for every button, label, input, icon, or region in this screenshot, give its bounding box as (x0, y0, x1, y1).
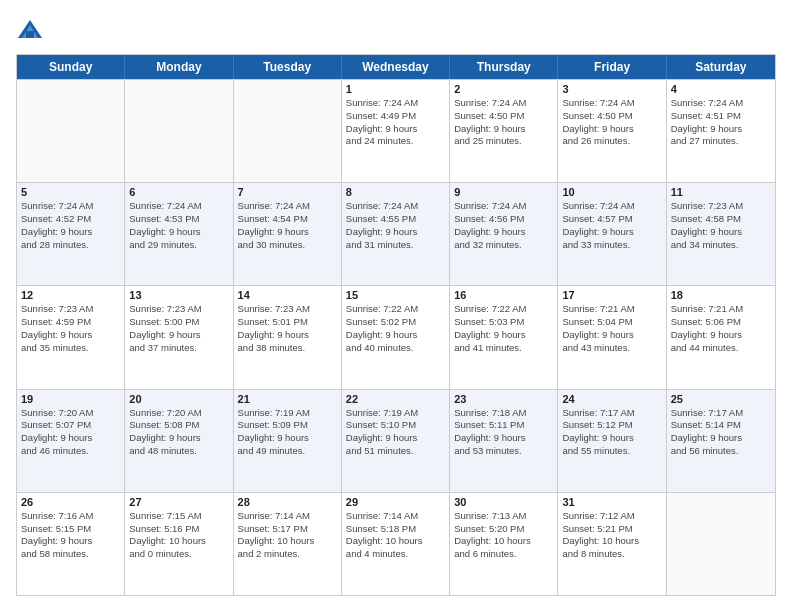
cell-info-line: and 38 minutes. (238, 342, 337, 355)
day-number: 3 (562, 83, 661, 95)
calendar-cell-day-22: 22Sunrise: 7:19 AMSunset: 5:10 PMDayligh… (342, 390, 450, 492)
calendar-row-3: 12Sunrise: 7:23 AMSunset: 4:59 PMDayligh… (17, 285, 775, 388)
calendar-cell-day-24: 24Sunrise: 7:17 AMSunset: 5:12 PMDayligh… (558, 390, 666, 492)
calendar-cell-day-31: 31Sunrise: 7:12 AMSunset: 5:21 PMDayligh… (558, 493, 666, 595)
cell-info-line: Sunrise: 7:16 AM (21, 510, 120, 523)
svg-rect-2 (26, 31, 34, 38)
cell-info-line: and 44 minutes. (671, 342, 771, 355)
cell-info-line: Sunrise: 7:13 AM (454, 510, 553, 523)
day-number: 24 (562, 393, 661, 405)
weekday-header-wednesday: Wednesday (342, 55, 450, 79)
cell-info-line: Sunset: 5:01 PM (238, 316, 337, 329)
cell-info-line: Daylight: 9 hours (129, 226, 228, 239)
cell-info-line: Sunrise: 7:23 AM (21, 303, 120, 316)
cell-info-line: Daylight: 9 hours (562, 432, 661, 445)
cell-info-line: Sunset: 4:50 PM (562, 110, 661, 123)
cell-info-line: Sunset: 4:57 PM (562, 213, 661, 226)
weekday-header-sunday: Sunday (17, 55, 125, 79)
calendar-cell-day-10: 10Sunrise: 7:24 AMSunset: 4:57 PMDayligh… (558, 183, 666, 285)
cell-info-line: Daylight: 9 hours (346, 432, 445, 445)
cell-info-line: and 32 minutes. (454, 239, 553, 252)
calendar-row-2: 5Sunrise: 7:24 AMSunset: 4:52 PMDaylight… (17, 182, 775, 285)
day-number: 18 (671, 289, 771, 301)
cell-info-line: and 25 minutes. (454, 135, 553, 148)
calendar-cell-day-27: 27Sunrise: 7:15 AMSunset: 5:16 PMDayligh… (125, 493, 233, 595)
cell-info-line: and 40 minutes. (346, 342, 445, 355)
cell-info-line: Daylight: 9 hours (671, 329, 771, 342)
cell-info-line: Daylight: 9 hours (671, 432, 771, 445)
calendar-cell-day-25: 25Sunrise: 7:17 AMSunset: 5:14 PMDayligh… (667, 390, 775, 492)
cell-info-line: Daylight: 9 hours (346, 329, 445, 342)
day-number: 31 (562, 496, 661, 508)
calendar-cell-day-15: 15Sunrise: 7:22 AMSunset: 5:02 PMDayligh… (342, 286, 450, 388)
day-number: 16 (454, 289, 553, 301)
cell-info-line: Daylight: 9 hours (129, 329, 228, 342)
day-number: 11 (671, 186, 771, 198)
cell-info-line: Daylight: 9 hours (454, 226, 553, 239)
cell-info-line: Sunset: 4:56 PM (454, 213, 553, 226)
day-number: 2 (454, 83, 553, 95)
cell-info-line: Sunrise: 7:15 AM (129, 510, 228, 523)
logo-icon (16, 16, 44, 44)
cell-info-line: Daylight: 10 hours (129, 535, 228, 548)
day-number: 13 (129, 289, 228, 301)
cell-info-line: and 4 minutes. (346, 548, 445, 561)
calendar-cell-day-7: 7Sunrise: 7:24 AMSunset: 4:54 PMDaylight… (234, 183, 342, 285)
calendar-cell-day-23: 23Sunrise: 7:18 AMSunset: 5:11 PMDayligh… (450, 390, 558, 492)
cell-info-line: and 56 minutes. (671, 445, 771, 458)
cell-info-line: and 27 minutes. (671, 135, 771, 148)
cell-info-line: Daylight: 9 hours (238, 226, 337, 239)
calendar-cell-day-16: 16Sunrise: 7:22 AMSunset: 5:03 PMDayligh… (450, 286, 558, 388)
cell-info-line: and 34 minutes. (671, 239, 771, 252)
cell-info-line: Daylight: 9 hours (238, 432, 337, 445)
cell-info-line: and 55 minutes. (562, 445, 661, 458)
calendar-cell-empty-0-0 (17, 80, 125, 182)
calendar-cell-day-11: 11Sunrise: 7:23 AMSunset: 4:58 PMDayligh… (667, 183, 775, 285)
cell-info-line: Sunset: 4:52 PM (21, 213, 120, 226)
calendar-cell-day-6: 6Sunrise: 7:24 AMSunset: 4:53 PMDaylight… (125, 183, 233, 285)
calendar-cell-day-17: 17Sunrise: 7:21 AMSunset: 5:04 PMDayligh… (558, 286, 666, 388)
cell-info-line: Sunset: 4:51 PM (671, 110, 771, 123)
calendar-cell-day-4: 4Sunrise: 7:24 AMSunset: 4:51 PMDaylight… (667, 80, 775, 182)
cell-info-line: and 51 minutes. (346, 445, 445, 458)
cell-info-line: Sunset: 5:07 PM (21, 419, 120, 432)
cell-info-line: Sunset: 4:59 PM (21, 316, 120, 329)
calendar-grid: SundayMondayTuesdayWednesdayThursdayFrid… (16, 54, 776, 596)
cell-info-line: and 53 minutes. (454, 445, 553, 458)
cell-info-line: Sunrise: 7:19 AM (346, 407, 445, 420)
cell-info-line: and 6 minutes. (454, 548, 553, 561)
weekday-header-friday: Friday (558, 55, 666, 79)
cell-info-line: Sunset: 5:11 PM (454, 419, 553, 432)
calendar-cell-day-28: 28Sunrise: 7:14 AMSunset: 5:17 PMDayligh… (234, 493, 342, 595)
cell-info-line: Sunrise: 7:24 AM (562, 97, 661, 110)
day-number: 20 (129, 393, 228, 405)
cell-info-line: and 58 minutes. (21, 548, 120, 561)
calendar-cell-day-26: 26Sunrise: 7:16 AMSunset: 5:15 PMDayligh… (17, 493, 125, 595)
cell-info-line: and 0 minutes. (129, 548, 228, 561)
cell-info-line: and 2 minutes. (238, 548, 337, 561)
cell-info-line: Daylight: 9 hours (21, 535, 120, 548)
weekday-header-tuesday: Tuesday (234, 55, 342, 79)
cell-info-line: Daylight: 9 hours (346, 123, 445, 136)
cell-info-line: Daylight: 9 hours (21, 329, 120, 342)
cell-info-line: and 41 minutes. (454, 342, 553, 355)
calendar-cell-empty-0-1 (125, 80, 233, 182)
cell-info-line: Daylight: 10 hours (454, 535, 553, 548)
calendar-cell-day-13: 13Sunrise: 7:23 AMSunset: 5:00 PMDayligh… (125, 286, 233, 388)
cell-info-line: Daylight: 9 hours (671, 123, 771, 136)
day-number: 10 (562, 186, 661, 198)
cell-info-line: Sunset: 5:16 PM (129, 523, 228, 536)
cell-info-line: Sunset: 5:06 PM (671, 316, 771, 329)
day-number: 5 (21, 186, 120, 198)
day-number: 26 (21, 496, 120, 508)
day-number: 17 (562, 289, 661, 301)
cell-info-line: Sunset: 5:21 PM (562, 523, 661, 536)
cell-info-line: Daylight: 9 hours (21, 432, 120, 445)
cell-info-line: Sunset: 4:54 PM (238, 213, 337, 226)
cell-info-line: and 31 minutes. (346, 239, 445, 252)
cell-info-line: Sunrise: 7:23 AM (129, 303, 228, 316)
day-number: 22 (346, 393, 445, 405)
day-number: 27 (129, 496, 228, 508)
cell-info-line: Sunset: 5:09 PM (238, 419, 337, 432)
cell-info-line: Sunrise: 7:23 AM (671, 200, 771, 213)
